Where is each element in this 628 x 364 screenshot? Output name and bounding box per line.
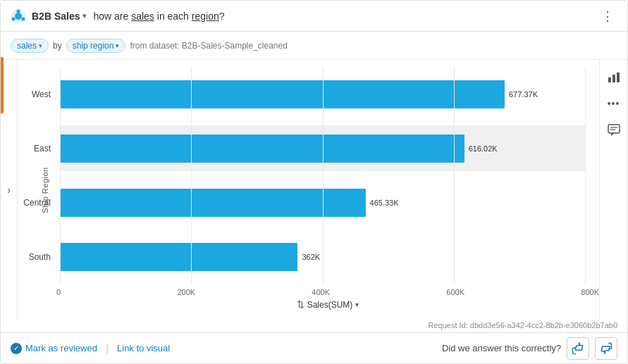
x-tick: 400K [312, 288, 330, 296]
query-text: how are sales in each region? [93, 11, 598, 22]
orange-strip [1, 60, 4, 113]
app-title[interactable]: B2B Sales ▾ [32, 11, 86, 22]
svg-rect-8 [608, 125, 620, 133]
x-tick: 0 [56, 288, 61, 296]
more-dots-icon: ••• [608, 98, 620, 109]
x-axis-ticks: 0200K400K600K800K [56, 288, 599, 296]
app-logo [11, 8, 26, 24]
bar-chart-icon [608, 70, 620, 83]
bar-label: Central [18, 198, 56, 208]
x-tick: 600K [446, 288, 464, 296]
bar-label: West [18, 89, 56, 99]
main-container: B2B Sales ▾ how are sales in each region… [0, 0, 628, 364]
divider: | [106, 342, 109, 355]
bar-row[interactable]: South362K [60, 234, 585, 280]
svg-rect-6 [612, 75, 615, 82]
thumbs-up-button[interactable] [567, 337, 589, 360]
bar-row[interactable]: East616.02K [60, 125, 585, 171]
chart-area: Ship Region West677.37KEast616.02KCentra… [18, 60, 599, 320]
bar-label: South [18, 252, 56, 262]
svg-rect-7 [617, 73, 620, 82]
bar-value-label: 677.37K [509, 90, 538, 99]
dataset-text: from dataset: B2B-Sales-Sample_cleaned [130, 41, 287, 51]
check-icon: ✓ [11, 343, 22, 354]
bar-fill [60, 189, 366, 217]
footer-right: Did we answer this correctly? [442, 337, 617, 360]
svg-rect-5 [608, 77, 611, 82]
x-axis-label-row: ⇅ Sales(SUM) ▾ [56, 299, 599, 310]
header-more-button[interactable]: ⋮ [598, 6, 617, 26]
mark-as-reviewed[interactable]: ✓ Mark as reviewed [11, 343, 97, 354]
link-to-visual[interactable]: Link to visual [117, 343, 170, 353]
bar-value-label: 616.02K [469, 144, 498, 153]
sort-icon[interactable]: ⇅ [297, 299, 304, 310]
x-axis-label: Sales(SUM) [307, 300, 353, 310]
svg-point-2 [17, 9, 20, 13]
bars-container: West677.37KEast616.02KCentral465.33KSout… [60, 67, 585, 284]
svg-point-1 [15, 13, 22, 20]
did-we-answer-text: Did we answer this correctly? [442, 343, 561, 353]
thumbs-down-icon [600, 342, 612, 355]
right-sidebar: ••• [599, 60, 627, 320]
bar-fill [60, 243, 297, 271]
bar-label: East [18, 144, 56, 153]
app-title-chevron: ▾ [82, 12, 86, 20]
bar-fill [60, 134, 464, 163]
x-tick: 800K [581, 288, 599, 296]
thumbs-down-button[interactable] [595, 337, 617, 360]
bar-value-label: 465.33K [370, 199, 399, 207]
x-tick: 200K [177, 288, 195, 296]
more-options-button[interactable]: ••• [603, 92, 625, 115]
svg-point-3 [22, 17, 25, 20]
sales-pill[interactable]: sales ▾ [11, 39, 49, 53]
footer: ✓ Mark as reviewed | Link to visual Did … [1, 332, 627, 363]
ship-region-pill-chevron: ▾ [116, 42, 119, 49]
footer-left: ✓ Mark as reviewed | Link to visual [11, 342, 170, 355]
chart-inner: West677.37KEast616.02KCentral465.33KSout… [18, 67, 599, 320]
pills-row: sales ▾ by ship region ▾ from dataset: B… [1, 32, 627, 60]
main-content: › Ship Region West677.37KEast616.02KCent… [1, 60, 627, 320]
x-label-chevron[interactable]: ▾ [355, 301, 359, 308]
bar-fill [60, 80, 505, 108]
thumbs-up-icon [572, 342, 584, 355]
header: B2B Sales ▾ how are sales in each region… [1, 1, 627, 32]
request-id: Request Id: dbdd3e56-a342-4cc2-8b2b-e306… [1, 320, 627, 332]
chart-type-button[interactable] [603, 65, 625, 88]
bar-value-label: 362K [302, 253, 320, 261]
ship-region-pill[interactable]: ship region ▾ [66, 39, 126, 53]
comment-icon [608, 124, 620, 137]
vertical-grid-line [585, 67, 586, 284]
bar-row[interactable]: West677.37K [60, 71, 585, 117]
svg-point-4 [12, 17, 16, 20]
bar-row[interactable]: Central465.33K [60, 180, 585, 226]
sales-pill-chevron: ▾ [39, 42, 42, 49]
by-text: by [53, 41, 62, 51]
expand-icon: › [7, 184, 11, 196]
comment-button[interactable] [603, 119, 625, 142]
x-axis-bottom: 0200K400K600K800K ⇅ Sales(SUM) ▾ [56, 288, 599, 310]
